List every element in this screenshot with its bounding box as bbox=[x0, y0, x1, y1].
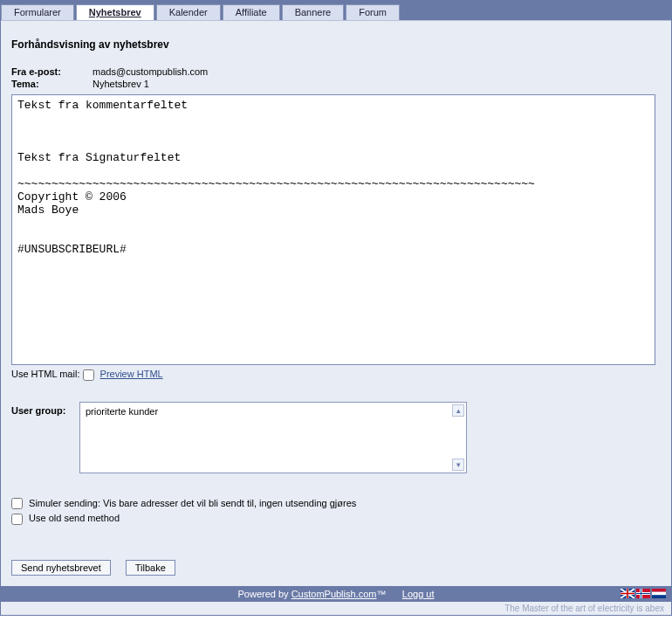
oldmethod-checkbox[interactable] bbox=[11, 514, 23, 525]
tab-forum[interactable]: Forum bbox=[346, 4, 400, 20]
button-row: Send nyhetsbrevet Tilbake bbox=[11, 560, 661, 576]
tab-bannere[interactable]: Bannere bbox=[282, 4, 345, 20]
subject-row: Tema: Nyhetsbrev 1 bbox=[11, 79, 661, 89]
newsletter-body: Tekst fra kommentarfeltet Tekst fra Sign… bbox=[11, 94, 655, 365]
logout-link[interactable]: Logg ut bbox=[402, 589, 435, 599]
svg-rect-6 bbox=[652, 589, 666, 592]
tab-bar: Formularer Nyhetsbrev Kalender Affiliate… bbox=[1, 1, 671, 20]
html-mail-label: Use HTML mail: bbox=[11, 369, 79, 379]
simulate-row: Simuler sending: Vis bare adresser det v… bbox=[11, 498, 661, 510]
page-title: Forhåndsvisning av nyhetsbrev bbox=[11, 38, 661, 51]
preview-html-link[interactable]: Preview HTML bbox=[100, 369, 163, 379]
svg-rect-5 bbox=[636, 593, 650, 594]
back-button[interactable]: Tilbake bbox=[126, 560, 175, 576]
tab-kalender[interactable]: Kalender bbox=[156, 4, 221, 20]
user-group-row: User group: prioriterte kunder ▴ ▾ bbox=[11, 402, 661, 473]
user-group-select[interactable]: prioriterte kunder ▴ ▾ bbox=[79, 402, 467, 473]
app-window: Formularer Nyhetsbrev Kalender Affiliate… bbox=[0, 0, 672, 616]
oldmethod-label: Use old send method bbox=[29, 513, 120, 523]
html-mail-checkbox[interactable] bbox=[83, 369, 94, 381]
flag-nl-icon[interactable] bbox=[652, 589, 666, 598]
user-group-label: User group: bbox=[11, 402, 79, 416]
user-group-value: prioriterte kunder bbox=[86, 406, 158, 417]
footer-tagline: The Master of the art of electricity is … bbox=[1, 602, 671, 615]
powered-link[interactable]: CustomPublish.com bbox=[291, 589, 377, 599]
svg-rect-8 bbox=[652, 595, 666, 598]
from-value: mads@custompublish.com bbox=[93, 66, 208, 77]
simulate-label: Simuler sending: Vis bare adresser det v… bbox=[29, 498, 356, 508]
from-row: Fra e-post: mads@custompublish.com bbox=[11, 66, 661, 77]
from-label: Fra e-post: bbox=[11, 66, 90, 77]
simulate-checkbox[interactable] bbox=[11, 498, 23, 509]
footer-bar: Powered by CustomPublish.com™ Logg ut bbox=[1, 586, 671, 602]
flag-no-icon[interactable] bbox=[636, 589, 650, 598]
subject-label: Tema: bbox=[11, 79, 90, 89]
powered-prefix: Powered by bbox=[237, 589, 291, 599]
send-options: Simuler sending: Vis bare adresser det v… bbox=[11, 498, 661, 525]
subject-value: Nyhetsbrev 1 bbox=[93, 79, 149, 89]
oldmethod-row: Use old send method bbox=[11, 513, 661, 525]
flag-uk-icon[interactable] bbox=[621, 589, 634, 598]
svg-rect-7 bbox=[652, 591, 666, 595]
tab-formularer[interactable]: Formularer bbox=[1, 4, 74, 20]
content-area: Forhåndsvisning av nyhetsbrev Fra e-post… bbox=[1, 20, 671, 586]
language-flags bbox=[621, 589, 666, 598]
powered-suffix: ™ bbox=[376, 589, 386, 599]
send-button[interactable]: Send nyhetsbrevet bbox=[11, 560, 111, 576]
tab-nyhetsbrev[interactable]: Nyhetsbrev bbox=[76, 4, 154, 21]
tab-affiliate[interactable]: Affiliate bbox=[223, 4, 280, 20]
html-mail-row: Use HTML mail: Preview HTML bbox=[11, 369, 661, 381]
scroll-up-icon[interactable]: ▴ bbox=[452, 404, 464, 417]
scroll-down-icon[interactable]: ▾ bbox=[452, 459, 464, 471]
